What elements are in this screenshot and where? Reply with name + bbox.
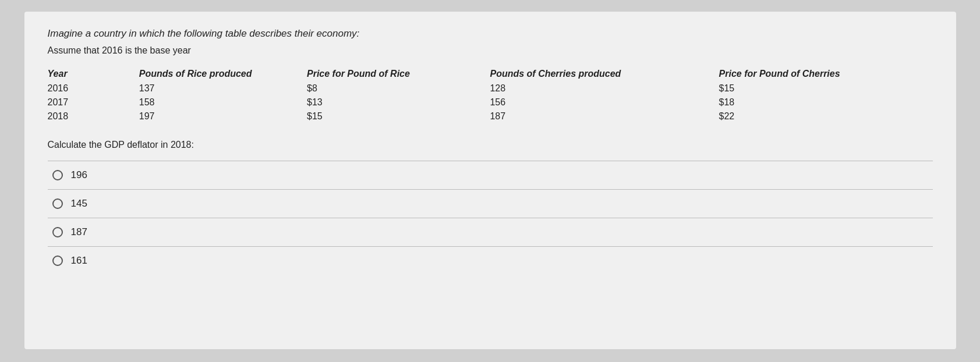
option-196[interactable]: 196 xyxy=(48,161,933,190)
option-label-145: 145 xyxy=(71,198,87,210)
base-year-text: Assume that 2016 is the base year xyxy=(48,45,933,56)
table-cell-r1-c0: 2017 xyxy=(48,95,139,109)
table-cell-r0-c0: 2016 xyxy=(48,81,139,95)
table-cell-r2-c2: $15 xyxy=(307,109,490,123)
col-header-rice-lbs: Pounds of Rice produced xyxy=(139,69,307,81)
table-row: 2018197$15187$22 xyxy=(48,109,933,123)
table-cell-r2-c1: 197 xyxy=(139,109,307,123)
table-cell-r1-c3: 156 xyxy=(490,95,719,109)
option-187[interactable]: 187 xyxy=(48,218,933,247)
economy-table: Year Pounds of Rice produced Price for P… xyxy=(48,69,933,123)
question-card: Imagine a country in which the following… xyxy=(24,12,956,349)
radio-161[interactable] xyxy=(52,255,63,266)
table-cell-r2-c3: 187 xyxy=(490,109,719,123)
table-cell-r1-c1: 158 xyxy=(139,95,307,109)
col-header-year: Year xyxy=(48,69,139,81)
table-cell-r0-c4: $15 xyxy=(719,81,933,95)
intro-text: Imagine a country in which the following… xyxy=(48,28,933,40)
table-cell-r2-c4: $22 xyxy=(719,109,933,123)
table-row: 2017158$13156$18 xyxy=(48,95,933,109)
table-cell-r0-c3: 128 xyxy=(490,81,719,95)
radio-196[interactable] xyxy=(52,170,63,180)
option-145[interactable]: 145 xyxy=(48,190,933,218)
table-cell-r2-c0: 2018 xyxy=(48,109,139,123)
col-header-rice-price: Price for Pound of Rice xyxy=(307,69,490,81)
table-cell-r1-c2: $13 xyxy=(307,95,490,109)
option-label-161: 161 xyxy=(71,255,87,267)
table-cell-r0-c1: 137 xyxy=(139,81,307,95)
option-161[interactable]: 161 xyxy=(48,247,933,275)
table-cell-r0-c2: $8 xyxy=(307,81,490,95)
question-text: Calculate the GDP deflator in 2018: xyxy=(48,140,933,150)
col-header-cherry-lbs: Pounds of Cherries produced xyxy=(490,69,719,81)
col-header-cherry-price: Price for Pound of Cherries xyxy=(719,69,933,81)
options-section: 196145187161 xyxy=(48,161,933,275)
table-row: 2016137$8128$15 xyxy=(48,81,933,95)
radio-187[interactable] xyxy=(52,227,63,237)
option-label-196: 196 xyxy=(71,169,87,181)
table-cell-r1-c4: $18 xyxy=(719,95,933,109)
radio-145[interactable] xyxy=(52,198,63,209)
option-label-187: 187 xyxy=(71,226,87,238)
